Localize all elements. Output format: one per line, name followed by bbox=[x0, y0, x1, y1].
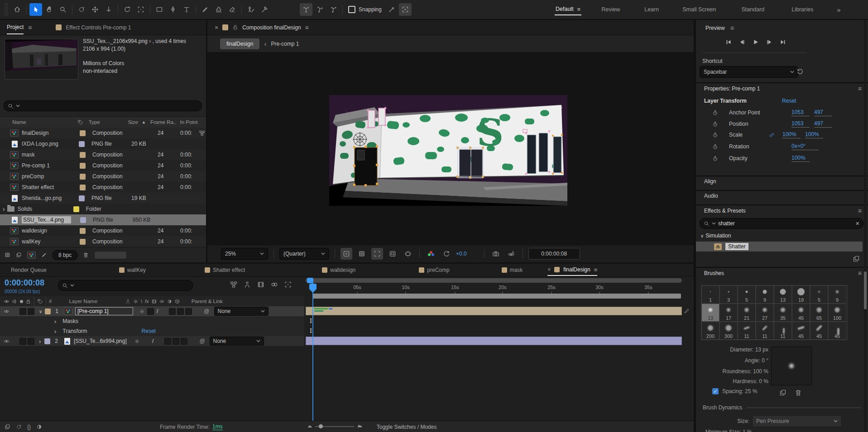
effects-new-icon[interactable] bbox=[853, 255, 860, 262]
label-swatch[interactable] bbox=[80, 130, 86, 136]
parent-pickwhip-icon[interactable]: @ bbox=[204, 308, 209, 314]
brush-preset[interactable]: 13 bbox=[774, 285, 792, 304]
transform-ibeam-marker[interactable]: I bbox=[310, 328, 312, 334]
type-tool[interactable] bbox=[180, 3, 193, 16]
column-size[interactable]: Size bbox=[128, 119, 138, 125]
play-button[interactable] bbox=[750, 38, 761, 46]
effects-group-simulation[interactable]: ∨ Simulation bbox=[700, 233, 731, 239]
group-expand-chevron[interactable]: › bbox=[54, 328, 56, 335]
composition-panel-menu-icon[interactable]: ≡ bbox=[305, 24, 309, 31]
brush-spacing[interactable]: Spacing: 25 % bbox=[722, 388, 757, 394]
region-of-interest-icon[interactable] bbox=[371, 248, 383, 260]
collapse-transformations-switch[interactable] bbox=[139, 309, 144, 314]
stopwatch-icon[interactable] bbox=[712, 156, 718, 161]
project-row-wallkey[interactable]: wallKey Composition 24 0:00: bbox=[0, 236, 206, 247]
effects-presets-menu-icon[interactable]: ≡ bbox=[858, 207, 862, 214]
lock-column-icon[interactable] bbox=[25, 299, 31, 304]
footage-name[interactable]: SSU_Tex..._2106x994.png bbox=[83, 38, 148, 44]
parent-link-dropdown[interactable]: None bbox=[214, 307, 269, 316]
clone-stamp-tool[interactable] bbox=[212, 3, 225, 16]
composition-stage[interactable]: S bbox=[207, 52, 694, 245]
collapse-switch-icon[interactable] bbox=[133, 299, 138, 304]
reset-exposure-icon[interactable] bbox=[441, 248, 452, 260]
delete-item-icon[interactable] bbox=[83, 252, 89, 258]
label-swatch[interactable] bbox=[79, 141, 85, 147]
label-swatch[interactable] bbox=[73, 206, 79, 212]
brush-hardness[interactable]: Hardness: 0 % bbox=[696, 378, 768, 385]
effect-controls-tab[interactable]: Effect Controls Pre-comp 1 bbox=[66, 24, 131, 31]
right-panel-scrollbar[interactable] bbox=[864, 20, 867, 432]
transparency-grid-icon[interactable] bbox=[356, 248, 368, 260]
scale-link-icon[interactable] bbox=[769, 132, 782, 138]
label-swatch[interactable] bbox=[80, 228, 86, 234]
mask-visibility-icon[interactable] bbox=[387, 248, 398, 260]
brush-preset[interactable]: 9 bbox=[756, 285, 774, 304]
snapping-checkbox[interactable] bbox=[348, 6, 355, 13]
workspace-tab-default[interactable]: Default ≡ bbox=[555, 4, 581, 15]
audio-panel-header[interactable]: Audio bbox=[704, 193, 718, 199]
timeline-menu-icon[interactable]: ≡ bbox=[594, 266, 598, 273]
footage-thumbnail[interactable] bbox=[5, 39, 78, 80]
column-number[interactable]: # bbox=[49, 299, 52, 304]
motion-blur-switch-icon[interactable] bbox=[159, 299, 164, 304]
middle-doors[interactable] bbox=[456, 147, 484, 179]
zoom-in-mountain-icon[interactable] bbox=[357, 423, 363, 428]
pen-tool[interactable] bbox=[167, 3, 179, 16]
brush-preset[interactable]: 200 bbox=[701, 322, 719, 340]
zoom-out-mountain-icon[interactable] bbox=[307, 423, 312, 428]
stopwatch-icon[interactable] bbox=[712, 132, 718, 138]
camera-tool[interactable] bbox=[134, 3, 147, 16]
brush-preset[interactable]: 27 bbox=[756, 304, 774, 322]
align-panel-header[interactable]: Align bbox=[704, 178, 716, 185]
guides-crop-icon[interactable] bbox=[402, 248, 414, 260]
puppet-pin-tool[interactable] bbox=[258, 3, 271, 16]
layer-label-swatch[interactable] bbox=[45, 309, 51, 314]
mask-expansion-toggle[interactable] bbox=[399, 3, 412, 16]
brushes-panel-menu-icon[interactable]: ≡ bbox=[858, 270, 862, 277]
graph-pencil-icon[interactable] bbox=[684, 308, 690, 314]
brush-preset[interactable]: 45 bbox=[810, 322, 828, 340]
layer-group-transform[interactable]: › Transform Reset bbox=[0, 326, 304, 337]
brush-diameter[interactable]: Diameter: 13 px bbox=[696, 347, 768, 353]
brush-angle[interactable]: Angle: 0 ° bbox=[696, 357, 768, 364]
home-tool[interactable] bbox=[11, 3, 24, 16]
property-value-x[interactable]: 1053 bbox=[791, 109, 810, 116]
solo-column-icon[interactable] bbox=[20, 300, 23, 303]
shy-switch-icon[interactable] bbox=[125, 299, 130, 304]
show-snapshot-icon[interactable] bbox=[505, 248, 517, 260]
adjust-icon[interactable] bbox=[41, 252, 47, 258]
workspace-tab-libraries[interactable]: Libraries bbox=[791, 5, 814, 14]
brush-preset[interactable]: 9 bbox=[828, 285, 846, 304]
frame-blend-switch-icon[interactable] bbox=[152, 299, 157, 304]
toggle-switches-modes-button[interactable]: Toggle Switches / Modes bbox=[377, 424, 437, 430]
brush-preset[interactable]: 19 bbox=[792, 285, 810, 304]
interpret-footage-icon[interactable] bbox=[5, 252, 10, 258]
flowchart-icon[interactable] bbox=[199, 130, 205, 136]
project-panel-menu-icon[interactable]: ≡ bbox=[28, 24, 32, 31]
tab-shatter-effect[interactable]: Shatter effect bbox=[205, 267, 245, 273]
shape-tool[interactable] bbox=[153, 3, 166, 16]
project-row-precomp[interactable]: preComp Composition 24 0:00: bbox=[0, 171, 206, 182]
property-value[interactable]: 0x+0° bbox=[791, 143, 819, 150]
timeline-ruler[interactable]: 05s 10s 15s 20s 25s 30s 35s bbox=[0, 285, 694, 294]
project-row-mask[interactable]: mask Composition 24 0:00: bbox=[0, 149, 206, 161]
column-layer-name[interactable]: Layer Name bbox=[69, 299, 97, 304]
label-swatch[interactable] bbox=[80, 217, 86, 223]
brushes-panel-title[interactable]: Brushes bbox=[704, 270, 724, 276]
breadcrumb-current[interactable]: finalDesign bbox=[220, 38, 259, 49]
brush-preset-selected[interactable]: 13 bbox=[701, 304, 719, 322]
in-out-brackets-icon[interactable]: {} bbox=[27, 424, 31, 430]
layer-expand-chevron[interactable]: › bbox=[39, 338, 41, 345]
workspace-menu-icon[interactable]: ≡ bbox=[577, 6, 581, 13]
workspace-tab-standard[interactable]: Standard bbox=[741, 5, 766, 14]
project-row-shatter-effect[interactable]: Shatter effect Composition 24 0:00: bbox=[0, 182, 206, 193]
breadcrumb-parent[interactable]: Pre-comp 1 bbox=[271, 41, 299, 47]
quality-switch[interactable]: / bbox=[157, 308, 158, 314]
project-row-pre-comp-1[interactable]: Pre-comp 1 Composition 24 0:00: bbox=[0, 160, 206, 171]
playhead-line[interactable] bbox=[312, 283, 313, 421]
first-frame-button[interactable] bbox=[723, 38, 734, 46]
eraser-tool[interactable] bbox=[226, 3, 239, 16]
label-swatch[interactable] bbox=[80, 239, 86, 245]
new-folder-icon[interactable] bbox=[16, 252, 22, 258]
layer-name[interactable]: [Pre-comp 1] bbox=[75, 307, 133, 315]
